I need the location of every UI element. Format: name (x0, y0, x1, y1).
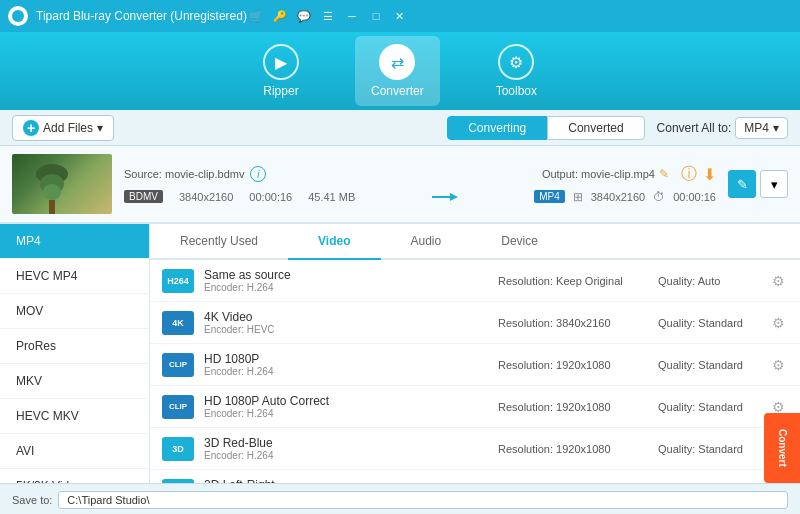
format-badge: BDMV (124, 190, 163, 203)
toolbar: + Add Files ▾ Converting Converted Conve… (0, 110, 800, 146)
sidebar-item-mp4[interactable]: MP4 (0, 224, 149, 259)
save-path[interactable]: C:\Tipard Studio\ (58, 491, 788, 509)
sidebar-item-5k8k[interactable]: 5K/8K Video (0, 469, 149, 483)
format-icon-hd1080p: CLIP (162, 353, 194, 377)
convert-button[interactable]: Convert (764, 413, 800, 483)
nav-item-toolbox[interactable]: ⚙ Toolbox (480, 36, 553, 106)
output-clock-icon: ⏱ (653, 190, 665, 204)
toolbox-icon: ⚙ (498, 44, 534, 80)
format-icon-hd1080p-auto: CLIP (162, 395, 194, 419)
warning-icon[interactable]: ⓘ (681, 164, 697, 185)
file-thumbnail (12, 154, 112, 214)
format-item-same-as-source[interactable]: H264 Same as source Encoder: H.264 Resol… (150, 260, 800, 302)
tab-recently-used[interactable]: Recently Used (150, 224, 288, 260)
format-tabs: Recently Used Video Audio Device (150, 224, 800, 260)
gear-icon-hd1080p[interactable]: ⚙ (768, 355, 788, 375)
format-icon-3d-left-right: 3D (162, 479, 194, 484)
edit-button[interactable]: ✎ (728, 170, 756, 198)
format-list: H264 Same as source Encoder: H.264 Resol… (150, 260, 800, 483)
chat-icon[interactable]: 💬 (295, 7, 313, 25)
convert-all-label: Convert All to: (657, 121, 732, 135)
file-meta: BDMV 3840x2160 00:00:16 45.41 MB MP4 ⊞ 3… (124, 189, 716, 205)
file-actions: ✎ ▾ (728, 170, 788, 198)
format-item-4k[interactable]: 4K 4K Video Encoder: HEVC Resolution: 38… (150, 302, 800, 344)
converter-icon: ⇄ (379, 44, 415, 80)
nav-label-toolbox: Toolbox (496, 84, 537, 98)
sidebar-item-prores[interactable]: ProRes (0, 329, 149, 364)
download-icon[interactable]: ⬇ (703, 165, 716, 184)
format-icon-3d-red-blue: 3D (162, 437, 194, 461)
format-main: Recently Used Video Audio Device H264 Sa… (150, 224, 800, 483)
input-duration: 00:00:16 (249, 191, 292, 203)
convert-arrow (430, 189, 460, 205)
file-info: Source: movie-clip.bdmv i Output: movie-… (124, 164, 716, 205)
menu-icon[interactable]: ☰ (319, 7, 337, 25)
app-title: Tipard Blu-ray Converter (Unregistered) (36, 9, 247, 23)
title-bar: Tipard Blu-ray Converter (Unregistered) … (0, 0, 800, 32)
output-resolution-icon: ⊞ (573, 190, 583, 204)
format-info-3d-left-right: 3D Left-Right Encoder: H.264 (204, 478, 498, 483)
sidebar-item-mkv[interactable]: MKV (0, 364, 149, 399)
svg-marker-5 (450, 193, 458, 201)
tab-converted[interactable]: Converted (547, 116, 644, 140)
format-sidebar: MP4 HEVC MP4 MOV ProRes MKV HEVC MKV AVI… (0, 224, 150, 483)
format-info-same-as-source: Same as source Encoder: H.264 (204, 268, 498, 293)
more-options-button[interactable]: ▾ (760, 170, 788, 198)
output-label: Output: movie-clip.mp4 (542, 168, 655, 180)
minimize-icon[interactable]: ─ (343, 7, 361, 25)
format-panel: MP4 HEVC MP4 MOV ProRes MKV HEVC MKV AVI… (0, 223, 800, 483)
sidebar-item-mov[interactable]: MOV (0, 294, 149, 329)
close-icon[interactable]: ✕ (391, 7, 409, 25)
format-info-hd1080p-auto: HD 1080P Auto Correct Encoder: H.264 (204, 394, 498, 419)
sidebar-item-hevc-mp4[interactable]: HEVC MP4 (0, 259, 149, 294)
tab-converting[interactable]: Converting (447, 116, 547, 140)
nav-item-converter[interactable]: ⇄ Converter (355, 36, 440, 106)
nav-label-ripper: Ripper (263, 84, 298, 98)
maximize-icon[interactable]: □ (367, 7, 385, 25)
sidebar-item-hevc-mkv[interactable]: HEVC MKV (0, 399, 149, 434)
nav-bar: ▶ Ripper ⇄ Converter ⚙ Toolbox (0, 32, 800, 110)
nav-item-ripper[interactable]: ▶ Ripper (247, 36, 315, 106)
save-bar: Save to: C:\Tipard Studio\ (0, 483, 800, 514)
add-files-dropdown-icon: ▾ (97, 121, 103, 135)
format-item-hd1080p[interactable]: CLIP HD 1080P Encoder: H.264 Resolution:… (150, 344, 800, 386)
svg-rect-3 (49, 200, 55, 214)
output-format-badge: MP4 (534, 190, 565, 203)
add-files-label: Add Files (43, 121, 93, 135)
format-item-3d-red-blue[interactable]: 3D 3D Red-Blue Encoder: H.264 Resolution… (150, 428, 800, 470)
input-size: 45.41 MB (308, 191, 355, 203)
add-files-button[interactable]: + Add Files ▾ (12, 115, 114, 141)
convert-all-format: MP4 (744, 121, 769, 135)
tab-video[interactable]: Video (288, 224, 380, 260)
output-resolution: 3840x2160 (591, 191, 645, 203)
gear-icon-same-as-source[interactable]: ⚙ (768, 271, 788, 291)
sidebar-item-avi[interactable]: AVI (0, 434, 149, 469)
output-duration: 00:00:16 (673, 191, 716, 203)
format-item-hd1080p-auto[interactable]: CLIP HD 1080P Auto Correct Encoder: H.26… (150, 386, 800, 428)
ripper-icon: ▶ (263, 44, 299, 80)
svg-point-2 (43, 184, 61, 200)
format-item-3d-left-right[interactable]: 3D 3D Left-Right Encoder: H.264 Resoluti… (150, 470, 800, 483)
format-info-3d-red-blue: 3D Red-Blue Encoder: H.264 (204, 436, 498, 461)
output-edit-icon[interactable]: ✎ (659, 167, 669, 181)
convert-all-dropdown[interactable]: MP4 ▾ (735, 117, 788, 139)
app-logo (8, 6, 28, 26)
file-item: Source: movie-clip.bdmv i Output: movie-… (0, 146, 800, 223)
cart-icon[interactable]: 🛒 (247, 7, 265, 25)
tab-device[interactable]: Device (471, 224, 568, 260)
source-label: Source: movie-clip.bdmv (124, 168, 244, 180)
title-bar-controls: 🛒 🔑 💬 ☰ ─ □ ✕ (247, 7, 409, 25)
format-icon-4k: 4K (162, 311, 194, 335)
convert-all-chevron: ▾ (773, 121, 779, 135)
logo-inner (12, 10, 24, 22)
nav-label-converter: Converter (371, 84, 424, 98)
thumbnail-image (32, 164, 72, 214)
key-icon[interactable]: 🔑 (271, 7, 289, 25)
format-info-4k: 4K Video Encoder: HEVC (204, 310, 498, 335)
save-to-label: Save to: (12, 494, 52, 506)
convert-all-section: Convert All to: MP4 ▾ (657, 117, 788, 139)
gear-icon-4k[interactable]: ⚙ (768, 313, 788, 333)
tab-audio[interactable]: Audio (381, 224, 472, 260)
source-info-icon[interactable]: i (250, 166, 266, 182)
toolbar-tabs: Converting Converted (447, 116, 644, 140)
